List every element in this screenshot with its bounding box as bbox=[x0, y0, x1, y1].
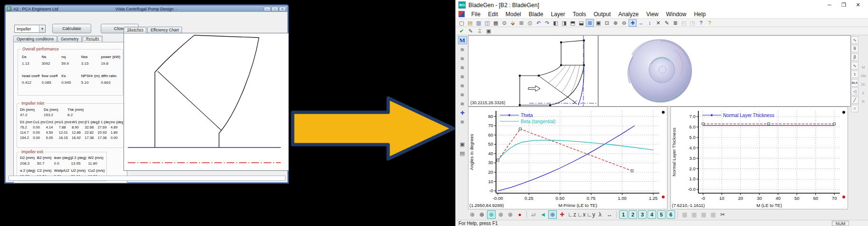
tab-operating-conditions[interactable]: Operating conditions bbox=[13, 36, 57, 42]
close-icon[interactable]: ✕ bbox=[851, 0, 865, 10]
axis-y-icon[interactable]: ∟y bbox=[586, 210, 595, 219]
view-label-r[interactable]: R bbox=[859, 98, 867, 106]
axis-x-icon[interactable]: ∟x bbox=[577, 210, 585, 219]
layout-horizontal-icon[interactable]: ◨ bbox=[560, 19, 568, 27]
beta-view-icon[interactable]: β bbox=[851, 53, 858, 61]
center-view-icon[interactable]: ⊕ bbox=[548, 210, 557, 219]
tab-geometry[interactable]: Geometry bbox=[57, 36, 82, 42]
balance-icon[interactable]: Ξ bbox=[476, 27, 484, 35]
menu-output[interactable]: Output bbox=[590, 11, 614, 18]
layout-quad-icon[interactable]: ⊞ bbox=[586, 19, 594, 27]
layer-3-icon[interactable]: ≋ bbox=[458, 63, 467, 71]
calculate-button[interactable]: Calculate bbox=[52, 24, 91, 33]
menu-file[interactable]: File bbox=[467, 11, 484, 18]
print-icon[interactable]: ⎙ bbox=[526, 19, 534, 27]
ruler-icon[interactable]: ╱ bbox=[851, 96, 858, 104]
help-icon[interactable]: ? bbox=[697, 19, 705, 27]
blade-2-icon[interactable]: 2 bbox=[629, 210, 637, 219]
menu-blade[interactable]: Blade bbox=[525, 11, 547, 18]
export-icon[interactable]: ▦ bbox=[492, 19, 500, 27]
view-orient-4-icon[interactable]: ⊕ bbox=[496, 210, 505, 219]
layer-5-icon[interactable]: ≋ bbox=[458, 81, 467, 89]
add-layer-icon[interactable]: ✚ bbox=[458, 108, 467, 117]
thickness-view-icon[interactable]: τ bbox=[851, 70, 858, 78]
pump-titlebar[interactable]: A2 : PCA Engineers Ltd Vista Centrifugal… bbox=[6, 6, 287, 12]
layout-overlay-icon[interactable]: ⬓ bbox=[577, 19, 585, 27]
blade-6-icon[interactable]: 6 bbox=[667, 210, 675, 219]
layout-vertical-icon[interactable]: ⬒ bbox=[569, 19, 577, 27]
minimize-icon[interactable]: ─ bbox=[264, 7, 271, 11]
find-icon[interactable]: ⊙ bbox=[500, 19, 508, 27]
layer-7-icon[interactable]: ≋ bbox=[458, 99, 467, 108]
maximize-icon[interactable]: ❐ bbox=[837, 0, 851, 10]
angle-view-icon[interactable]: ∿ bbox=[851, 36, 858, 44]
tab-sketches[interactable]: Sketches bbox=[124, 27, 147, 33]
properties-icon[interactable]: ▣ bbox=[485, 27, 493, 35]
save-icon[interactable]: ▥ bbox=[475, 19, 483, 27]
layer-all-icon[interactable]: ≋ bbox=[458, 118, 467, 126]
maximize-icon[interactable]: □ bbox=[271, 7, 278, 11]
view-label-z[interactable]: Z bbox=[859, 89, 867, 97]
blade-3d-view[interactable] bbox=[598, 35, 851, 107]
component-dropdown[interactable]: Impeller ▼ bbox=[14, 25, 46, 33]
blade-extra-3-icon[interactable]: ▦ bbox=[699, 210, 708, 219]
figure-icon[interactable]: λ bbox=[596, 210, 604, 219]
zoom-in-icon[interactable]: ⊕ bbox=[611, 19, 620, 27]
menu-tools[interactable]: Tools bbox=[569, 11, 590, 18]
meridional-view[interactable]: (30.2215,28.3326) bbox=[468, 35, 598, 107]
menu-edit[interactable]: Edit bbox=[484, 11, 502, 18]
review-icon[interactable]: ✎ bbox=[467, 27, 475, 35]
blade-extra-4-icon[interactable]: ▦ bbox=[709, 210, 717, 219]
redo-icon[interactable]: ↷ bbox=[543, 19, 551, 27]
blade-3-icon[interactable]: 3 bbox=[638, 210, 647, 219]
undo-icon[interactable]: ↶ bbox=[534, 19, 543, 27]
window-select-icon[interactable]: ▣ bbox=[594, 19, 602, 27]
blade-1-icon[interactable]: 1 bbox=[619, 210, 628, 219]
context-help-icon[interactable]: ? bbox=[706, 19, 714, 27]
bla-view-icon[interactable]: BLA bbox=[851, 79, 858, 87]
mdi-document-icon[interactable] bbox=[458, 11, 465, 17]
blade-extra-1-icon[interactable]: ▦ bbox=[680, 210, 689, 219]
apply-changes-icon[interactable]: ✔ bbox=[458, 27, 466, 35]
chevron-down-icon[interactable]: ▼ bbox=[39, 25, 45, 32]
pan-icon[interactable]: ✚ bbox=[629, 19, 637, 27]
view-orient-3-icon[interactable]: ⊕ bbox=[487, 210, 496, 219]
shaded-view-icon[interactable]: ● bbox=[515, 210, 524, 219]
view-orient-5-icon[interactable]: ⊕ bbox=[506, 210, 515, 219]
zoom-window-icon[interactable]: ⊡ bbox=[603, 19, 611, 27]
blade-5-icon[interactable]: 5 bbox=[657, 210, 666, 219]
save-copy-icon[interactable]: ◫ bbox=[483, 19, 491, 27]
angle-chart-panel[interactable]: -0.000.250.500.751.001.25-01020304050607… bbox=[468, 107, 668, 209]
view-label-2m[interactable]: 2M bbox=[859, 72, 867, 80]
tab-efficiency-chart[interactable]: Efficiency Chart bbox=[147, 27, 182, 33]
fit-vertical-icon[interactable]: ↕ bbox=[646, 19, 654, 27]
curvature-view-icon[interactable]: ∿ bbox=[851, 62, 858, 69]
meridional-mode-icon[interactable]: M bbox=[458, 36, 467, 44]
zoom-out-icon[interactable]: ⊖ bbox=[620, 19, 628, 27]
measure-icon[interactable]: ✕ bbox=[654, 19, 662, 27]
minimize-icon[interactable]: ─ bbox=[822, 0, 837, 10]
annotate-icon[interactable]: ✎ bbox=[663, 19, 671, 27]
menu-analyze[interactable]: Analyze bbox=[615, 11, 643, 18]
span-icon[interactable]: ↔ bbox=[605, 210, 614, 219]
menu-layer[interactable]: Layer bbox=[547, 11, 569, 18]
layer-1-icon[interactable]: ≋ bbox=[458, 45, 467, 53]
menu-help[interactable]: Help bbox=[690, 11, 710, 18]
view-label-2c[interactable]: 2C bbox=[859, 81, 867, 88]
cube-view-icon[interactable]: ▱ bbox=[529, 210, 538, 219]
compare-next-icon[interactable]: ◳ bbox=[688, 19, 696, 27]
menu-model[interactable]: Model bbox=[502, 11, 525, 18]
layer-2-icon[interactable]: ≋ bbox=[458, 54, 467, 62]
view-orient-2-icon[interactable]: ⊕ bbox=[477, 210, 486, 219]
blade-4-icon[interactable]: 4 bbox=[648, 210, 656, 219]
axis-z-icon[interactable]: ∟z bbox=[567, 210, 576, 219]
snapshot-icon[interactable]: ▣ bbox=[458, 140, 467, 148]
layer-4-icon[interactable]: ≋ bbox=[458, 72, 467, 80]
thickness-chart-panel[interactable]: -010203040506070-0.01.02.03.04.05.06.07.… bbox=[670, 107, 848, 209]
new-file-icon[interactable]: ▢ bbox=[458, 19, 466, 27]
theta-view-icon[interactable]: θ bbox=[851, 45, 858, 52]
data-table-icon[interactable]: ⊞ bbox=[517, 19, 525, 27]
fit-horizontal-icon[interactable]: ↔ bbox=[637, 19, 645, 27]
tab-results[interactable]: Results bbox=[82, 36, 102, 42]
close-icon[interactable]: ✕ bbox=[279, 7, 286, 11]
